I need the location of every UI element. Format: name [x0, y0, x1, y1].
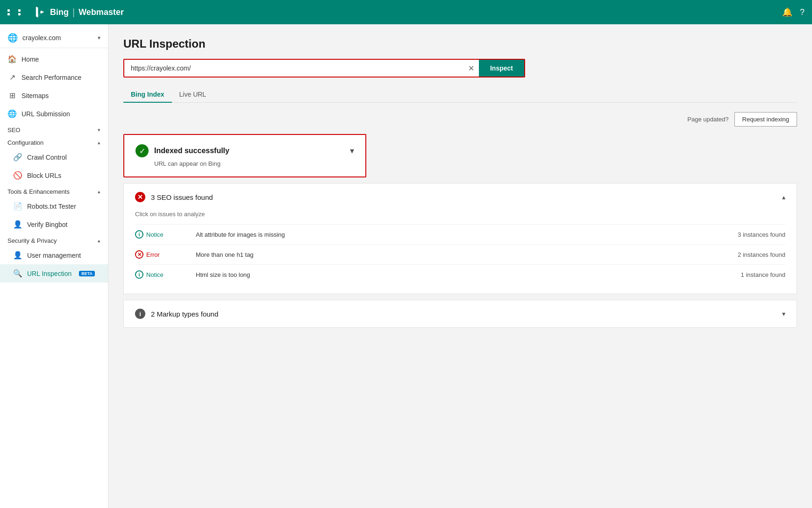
seo-issues-card: ✕ 3 SEO issues found ▴ Click on issues t… [123, 183, 797, 294]
issue-count-3: 1 instance found [725, 271, 785, 278]
sidebar-section-seo[interactable]: SEO ▾ [0, 123, 108, 135]
top-action-row: Page updated? Request indexing [123, 112, 797, 127]
issue-type-error[interactable]: ✕ Error [135, 250, 196, 259]
security-chevron-icon: ▴ [98, 238, 100, 244]
sidebar-item-robots-txt[interactable]: 📄 Robots.txt Tester [0, 197, 108, 215]
issue-type-notice-2[interactable]: i Notice [135, 270, 196, 279]
sidebar-item-crawl-control[interactable]: 🔗 Crawl Control [0, 148, 108, 166]
tools-section-label: Tools & Enhancements [7, 188, 70, 195]
issue-desc-2: More than one h1 tag [196, 251, 725, 258]
sidebar-section-security[interactable]: Security & Privacy ▴ [0, 233, 108, 246]
indexed-status-card: ✓ Indexed successfully ▾ URL can appear … [123, 134, 366, 177]
indexed-subtitle: URL can appear on Bing [154, 160, 354, 167]
block-urls-icon: 🚫 [13, 171, 22, 180]
issue-desc-1: Alt attribute for images is missing [196, 231, 725, 238]
notice-icon-2: i [135, 270, 143, 279]
beta-badge: BETA [79, 271, 95, 276]
sidebar-item-url-submission-label: URL Submission [21, 110, 70, 118]
error-circle-icon: ✕ [135, 192, 145, 202]
notice-label-1: Notice [146, 231, 164, 238]
sidebar-item-home-label: Home [21, 56, 39, 63]
success-icon: ✓ [135, 144, 149, 157]
sidebar-item-home[interactable]: 🏠 Home [0, 50, 108, 68]
url-input-container: ✕ Inspect [123, 59, 525, 78]
seo-card-body: Click on issues to analyze i Notice Alt … [124, 211, 797, 294]
site-name: crayolex.com [22, 34, 93, 42]
sidebar-item-url-inspection[interactable]: 🔍 URL Inspection BETA [0, 264, 108, 282]
sidebar-section-tools[interactable]: Tools & Enhancements ▴ [0, 184, 108, 197]
top-navigation: Bing | Webmaster 🔔 ? [0, 0, 812, 24]
sidebar-item-url-submission[interactable]: 🌐 URL Submission [0, 105, 108, 123]
page-title: URL Inspection [123, 37, 797, 50]
request-indexing-button[interactable]: Request indexing [734, 112, 797, 127]
issue-desc-3: Html size is too long [196, 271, 725, 278]
seo-issue-row-2: ✕ Error More than one h1 tag 2 instances… [135, 244, 785, 264]
content-area: Page updated? Request indexing ✓ Indexed… [123, 112, 797, 328]
sidebar-section-configuration[interactable]: Configuration ▴ [0, 135, 108, 148]
topnav-actions: 🔔 ? [782, 7, 805, 17]
url-inspection-icon: 🔍 [13, 269, 22, 278]
sidebar-item-url-inspection-label: URL Inspection [27, 270, 71, 277]
issue-type-notice-1[interactable]: i Notice [135, 230, 196, 239]
sidebar-item-search-performance-label: Search Performance [21, 74, 81, 81]
issue-count-1: 3 instances found [725, 231, 785, 238]
markup-header-left: i 2 Markup types found [135, 309, 218, 319]
sidebar-item-crawl-control-label: Crawl Control [27, 154, 67, 161]
click-hint: Click on issues to analyze [135, 211, 785, 218]
indexed-row: ✓ Indexed successfully ▾ [135, 144, 354, 157]
sidebar-item-verify-bingbot[interactable]: 👤 Verify Bingbot [0, 215, 108, 233]
tab-bar: Bing Index Live URL [123, 87, 797, 103]
inspect-button[interactable]: Inspect [479, 60, 524, 77]
tab-bing-index[interactable]: Bing Index [123, 87, 172, 103]
logo: Bing | Webmaster [33, 6, 124, 19]
sidebar-item-block-urls-label: Block URLs [27, 172, 61, 179]
main-content: URL Inspection ✕ Inspect Bing Index Live… [108, 24, 812, 508]
user-management-icon: 👤 [13, 251, 22, 260]
seo-section-label: SEO [7, 127, 20, 134]
seo-chevron-icon: ▾ [98, 127, 100, 133]
help-icon[interactable]: ? [800, 7, 805, 17]
sidebar-item-user-management[interactable]: 👤 User management [0, 246, 108, 264]
globe-icon: 🌐 [7, 33, 18, 43]
notification-icon[interactable]: 🔔 [782, 7, 792, 17]
notice-label-2: Notice [146, 271, 164, 278]
crawl-control-icon: 🔗 [13, 153, 22, 162]
search-performance-icon: ↗ [7, 73, 17, 82]
seo-issues-title: 3 SEO issues found [151, 193, 213, 201]
tab-live-url[interactable]: Live URL [172, 87, 214, 103]
markup-card-expand-icon[interactable]: ▾ [782, 310, 785, 318]
app-grid-icon[interactable] [7, 9, 28, 15]
tools-chevron-icon: ▴ [98, 189, 100, 195]
seo-card-header[interactable]: ✕ 3 SEO issues found ▴ [124, 183, 797, 211]
sidebar-item-search-performance[interactable]: ↗ Search Performance [0, 68, 108, 86]
verify-bingbot-icon: 👤 [13, 220, 22, 229]
sidebar-item-block-urls[interactable]: 🚫 Block URLs [0, 166, 108, 184]
seo-card-collapse-icon[interactable]: ▴ [782, 193, 785, 201]
sidebar-item-user-management-label: User management [27, 252, 81, 259]
error-x-icon: ✕ [135, 250, 143, 259]
sidebar-item-robots-txt-label: Robots.txt Tester [27, 203, 76, 210]
seo-issue-row-3: i Notice Html size is too long 1 instanc… [135, 264, 785, 284]
markup-title: 2 Markup types found [151, 310, 218, 318]
error-label: Error [146, 251, 160, 258]
indexed-card-chevron[interactable]: ▾ [350, 146, 354, 156]
markup-card-header[interactable]: i 2 Markup types found ▾ [124, 300, 797, 327]
configuration-section-label: Configuration [7, 139, 43, 146]
home-icon: 🏠 [7, 55, 17, 64]
notice-icon-1: i [135, 230, 143, 239]
sidebar: 🌐 crayolex.com ▾ 🏠 Home ↗ Search Perform… [0, 24, 108, 508]
markup-card: i 2 Markup types found ▾ [123, 300, 797, 328]
url-input[interactable] [124, 60, 463, 77]
url-clear-button[interactable]: ✕ [463, 60, 479, 77]
site-selector[interactable]: 🌐 crayolex.com ▾ [0, 28, 108, 48]
sidebar-item-sitemaps-label: Sitemaps [21, 92, 49, 99]
section-name: Webmaster [78, 7, 124, 17]
security-section-label: Security & Privacy [7, 237, 57, 244]
product-name: Bing [50, 7, 69, 17]
issue-count-2: 2 instances found [725, 251, 785, 258]
sidebar-item-sitemaps[interactable]: ⊞ Sitemaps [0, 86, 108, 105]
robots-txt-icon: 📄 [13, 202, 22, 211]
configuration-chevron-icon: ▴ [98, 140, 100, 146]
seo-issue-row-1: i Notice Alt attribute for images is mis… [135, 224, 785, 244]
main-layout: 🌐 crayolex.com ▾ 🏠 Home ↗ Search Perform… [0, 24, 812, 508]
